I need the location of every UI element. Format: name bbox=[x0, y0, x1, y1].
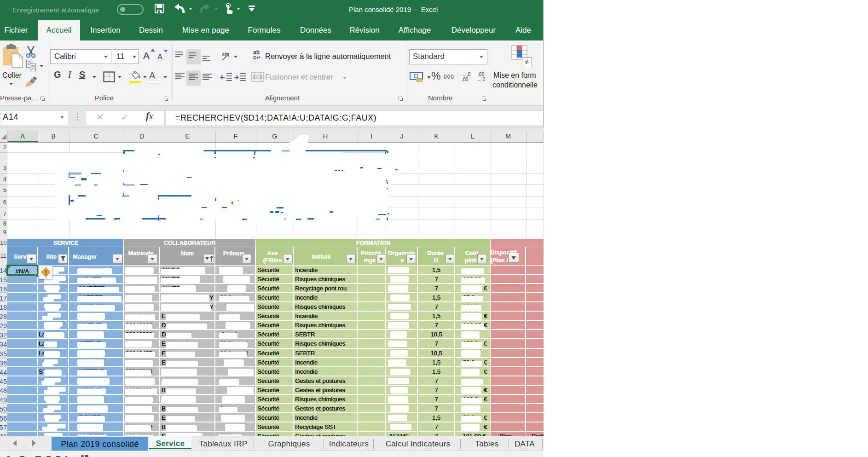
svg-text:ab: ab bbox=[222, 52, 227, 57]
